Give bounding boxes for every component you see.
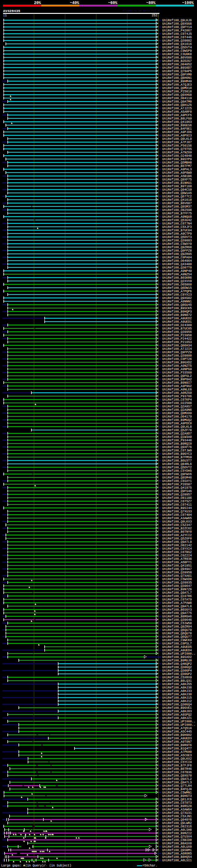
svg-text:UniRef100_Q9FPZ8: UniRef100_Q9FPZ8 xyxy=(162,249,192,252)
svg-text:=50char.: =50char. xyxy=(142,864,157,867)
svg-text:UniRef100_B8R6A6: UniRef100_B8R6A6 xyxy=(162,615,192,618)
svg-text:UniRef100_Q39883: UniRef100_Q39883 xyxy=(162,239,192,242)
svg-text:~80%: ~80% xyxy=(146,1,156,5)
svg-text:UniRef100_Q84RL6: UniRef100_Q84RL6 xyxy=(162,463,192,466)
svg-text:UniRef100_Q39956: UniRef100_Q39956 xyxy=(162,331,192,334)
svg-text:UniRef100_A7J2I4: UniRef100_A7J2I4 xyxy=(162,347,192,351)
svg-text:UniRef100_C5Z347: UniRef100_C5Z347 xyxy=(162,523,192,527)
svg-text:UniRef100_B9SCK5: UniRef100_B9SCK5 xyxy=(162,307,192,310)
svg-text:AlignView.pm Beta rel.7: AlignView.pm Beta rel.7 xyxy=(123,9,159,12)
svg-text:UniRef100_B7FF75: UniRef100_B7FF75 xyxy=(162,212,192,215)
svg-text:UniRef100_B7FJF6: UniRef100_B7FJF6 xyxy=(162,764,192,767)
svg-text:UniRef100_A9NZ54: UniRef100_A9NZ54 xyxy=(162,273,192,276)
svg-text:UniRef100_C5XJN1: UniRef100_C5XJN1 xyxy=(162,815,192,818)
svg-text:UniRef100_B6SKR6: UniRef100_B6SKR6 xyxy=(162,276,192,280)
svg-text:UniRef100_B9RQI0: UniRef100_B9RQI0 xyxy=(162,442,192,445)
svg-text:UniRef100_Q06H34: UniRef100_Q06H34 xyxy=(162,344,192,347)
svg-text:UniRef100_P33560: UniRef100_P33560 xyxy=(162,371,192,374)
svg-text:UniRef100_Q4KQP2: UniRef100_Q4KQP2 xyxy=(162,662,192,666)
svg-text:UniRef100_B6V687: UniRef100_B6V687 xyxy=(162,202,192,205)
svg-text:UniRef100_A6R0R5: UniRef100_A6R0R5 xyxy=(162,852,192,856)
svg-text:UniRef100_C9WCK9: UniRef100_C9WCK9 xyxy=(162,639,192,642)
svg-text:UniRef100_Q9ATL7: UniRef100_Q9ATL7 xyxy=(162,591,192,595)
svg-text:UniRef100_Q39935: UniRef100_Q39935 xyxy=(162,581,192,584)
svg-text:UniRef100_Q5MBH8: UniRef100_Q5MBH8 xyxy=(162,161,192,164)
svg-text:UniRef100_O82598: UniRef100_O82598 xyxy=(162,209,192,212)
svg-text:UniRef100_Q39647: UniRef100_Q39647 xyxy=(162,584,192,588)
svg-text:UniRef100_B4F9E1: UniRef100_B4F9E1 xyxy=(162,127,192,130)
svg-text:UniRef100_B9SXD2: UniRef100_B9SXD2 xyxy=(162,655,192,659)
svg-text:UniRef100_C6TB36: UniRef100_C6TB36 xyxy=(162,771,192,774)
svg-text:UniRef100_A8HJ36: UniRef100_A8HJ36 xyxy=(162,686,192,689)
svg-text:UniRef100_B9HM49: UniRef100_B9HM49 xyxy=(162,80,192,83)
svg-text:UniRef100_A9T8N7: UniRef100_A9T8N7 xyxy=(162,740,192,744)
svg-text:UniRef100_B9GYC3: UniRef100_B9GYC3 xyxy=(162,452,192,456)
svg-text:UniRef100_Q9ATM0: UniRef100_Q9ATM0 xyxy=(162,100,192,103)
svg-text:UniRef100_Q307T0: UniRef100_Q307T0 xyxy=(162,266,192,270)
svg-text:UniRef100_C0PA04: UniRef100_C0PA04 xyxy=(162,256,192,259)
svg-text:(in Subject): (in Subject) xyxy=(49,864,71,867)
svg-text:252|: 252| xyxy=(152,14,159,17)
svg-text:UniRef100_Q949A7: UniRef100_Q949A7 xyxy=(162,567,192,571)
svg-text:UniRef100_A7PQP6: UniRef100_A7PQP6 xyxy=(162,290,192,293)
svg-text:UniRef100_Q7TLR4: UniRef100_Q7TLR4 xyxy=(162,784,192,787)
svg-text:UniRef100_A9PJD6: UniRef100_A9PJD6 xyxy=(162,130,192,134)
svg-text:UniRef100_B8LQ31: UniRef100_B8LQ31 xyxy=(162,679,192,683)
svg-text:UniRef100_Q2XVV9: UniRef100_Q2XVV9 xyxy=(162,280,192,283)
svg-text:UniRef100_Q9XG70: UniRef100_Q9XG70 xyxy=(162,774,192,777)
svg-text:UniRef100_C0PSL7: UniRef100_C0PSL7 xyxy=(162,642,192,645)
svg-text:UniRef100_Q7XU33: UniRef100_Q7XU33 xyxy=(162,510,192,513)
svg-text:UniRef100_Q9FWV6: UniRef100_Q9FWV6 xyxy=(162,473,192,476)
svg-text:UniRef100_A9UED3: UniRef100_A9UED3 xyxy=(162,737,192,740)
svg-text:UniRef100_A5C445: UniRef100_A5C445 xyxy=(162,730,192,734)
svg-text:UniRef100_A0LSH8: UniRef100_A0LSH8 xyxy=(162,828,192,832)
svg-text:UniRef100_A8HJ21: UniRef100_A8HJ21 xyxy=(162,716,192,720)
svg-text:UniRef100_B9N872: UniRef100_B9N872 xyxy=(162,313,192,317)
svg-text:UniRef100_O65860: UniRef100_O65860 xyxy=(162,283,192,286)
svg-text:~40%: ~40% xyxy=(70,1,79,5)
svg-text:UniRef100_Q9SM46: UniRef100_Q9SM46 xyxy=(162,476,192,479)
svg-text:UniRef100_B9HQP3: UniRef100_B9HQP3 xyxy=(162,310,192,313)
svg-text:UniRef100_Q39646: UniRef100_Q39646 xyxy=(162,618,192,622)
svg-text:UniRef100_A9PCF5: UniRef100_A9PCF5 xyxy=(162,114,192,117)
svg-text:UniRef100_C6TBS2: UniRef100_C6TBS2 xyxy=(162,551,192,554)
svg-text:UniRef100_Q9FY14: UniRef100_Q9FY14 xyxy=(162,26,192,29)
svg-text:UniRef100_Q8GU45: UniRef100_Q8GU45 xyxy=(162,303,192,307)
svg-text:UniRef100_C6T4J5: UniRef100_C6T4J5 xyxy=(162,32,192,36)
svg-text:UniRef100_A5B1B6: UniRef100_A5B1B6 xyxy=(162,175,192,178)
svg-text:UniRef100_B9HGT3: UniRef100_B9HGT3 xyxy=(162,795,192,798)
svg-text:UniRef100_B8ASX8: UniRef100_B8ASX8 xyxy=(162,842,192,845)
svg-text:UniRef100_Q7XA61: UniRef100_Q7XA61 xyxy=(162,574,192,578)
svg-text:UniRef100_A8HJ30: UniRef100_A8HJ30 xyxy=(162,693,192,696)
svg-text:UniRef100_B8HQ54: UniRef100_B8HQ54 xyxy=(162,856,192,859)
svg-text:UniRef100_Q9ZR68: UniRef100_Q9ZR68 xyxy=(162,246,192,249)
svg-text:UniRef100_B9P8A2: UniRef100_B9P8A2 xyxy=(162,378,192,381)
svg-text:UniRef100_Q6DW15: UniRef100_Q6DW15 xyxy=(162,286,192,290)
svg-text:UniRef100_C0PT26: UniRef100_C0PT26 xyxy=(162,358,192,361)
svg-text:UniRef100_C6T404: UniRef100_C6T404 xyxy=(162,513,192,517)
svg-text:-: - xyxy=(45,864,47,867)
svg-text:UniRef100_C5WXY9: UniRef100_C5WXY9 xyxy=(162,242,192,246)
svg-text:UniRef100_UPI000..: UniRef100_UPI000.. xyxy=(162,652,195,655)
svg-text:UniRef100_B4FQJ8: UniRef100_B4FQJ8 xyxy=(162,787,192,791)
svg-text:UniRef100_B9MUJ0: UniRef100_B9MUJ0 xyxy=(162,659,192,662)
svg-text:~60%: ~60% xyxy=(108,1,118,5)
svg-text:UniRef100_P93706: UniRef100_P93706 xyxy=(162,395,192,398)
svg-text:UniRef100_Q9FXM0: UniRef100_Q9FXM0 xyxy=(162,73,192,76)
svg-text:UniRef100_A9SPQ2: UniRef100_A9SPQ2 xyxy=(162,713,192,716)
svg-text:UniRef100_B6SGY3: UniRef100_B6SGY3 xyxy=(162,608,192,612)
svg-text:UniRef100_A0RZG9: UniRef100_A0RZG9 xyxy=(162,391,192,395)
svg-text:UniRef100_P25818: UniRef100_P25818 xyxy=(162,90,192,93)
svg-text:UniRef100_C6TKP4: UniRef100_C6TKP4 xyxy=(162,398,192,402)
svg-text:UniRef100_Q9XHG8: UniRef100_Q9XHG8 xyxy=(162,93,192,97)
svg-text:UniRef100_Q5DVT2: UniRef100_Q5DVT2 xyxy=(162,466,192,469)
svg-text:UniRef100_C6SXY1: UniRef100_C6SXY1 xyxy=(162,479,192,483)
svg-text:UniRef100_Q8H1Z5: UniRef100_Q8H1Z5 xyxy=(162,103,192,107)
svg-text:UniRef100_B6U3T7: UniRef100_B6U3T7 xyxy=(162,459,192,463)
svg-text:UniRef100_C6T8T3: UniRef100_C6T8T3 xyxy=(162,801,192,805)
svg-text:UniRef100_C8YXI3: UniRef100_C8YXI3 xyxy=(162,293,192,297)
svg-text:UniRef100_C6T5Z7: UniRef100_C6T5Z7 xyxy=(162,500,192,503)
svg-text:UniRef100_C5IW58: UniRef100_C5IW58 xyxy=(162,622,192,625)
svg-text:UniRef100_C6TJW9: UniRef100_C6TJW9 xyxy=(162,449,192,452)
svg-text:UniRef100_A9NLE6: UniRef100_A9NLE6 xyxy=(162,388,192,391)
